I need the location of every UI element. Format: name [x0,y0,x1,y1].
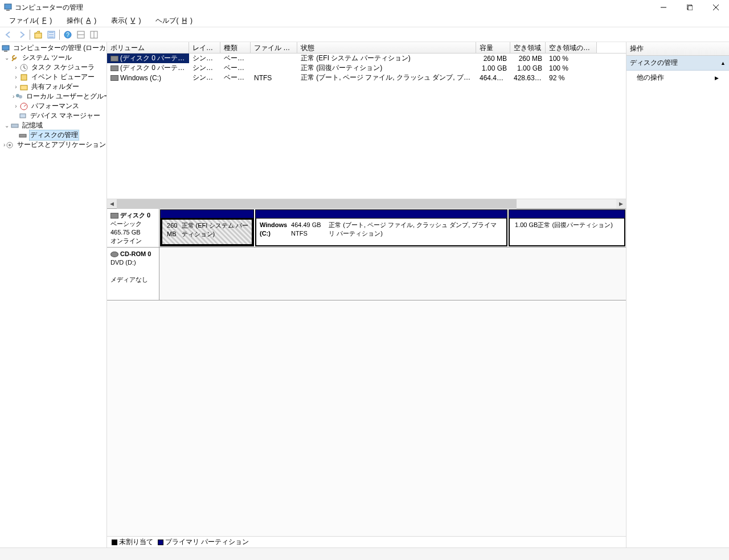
refresh-button[interactable] [45,28,58,41]
col-layout[interactable]: レイアウト [189,42,220,53]
minimize-button[interactable] [650,0,677,15]
svg-rect-0 [5,4,11,9]
menu-action[interactable]: 操作(A) [60,15,103,27]
help-button[interactable]: ? [62,28,74,41]
col-status[interactable]: 状態 [297,42,476,53]
cdrom-icon [110,252,118,257]
scroll-left-icon[interactable]: ◀ [107,199,117,209]
svg-rect-4 [688,6,693,10]
actions-diskmgmt[interactable]: ディスクの管理▲ [626,56,729,71]
list-hscroll[interactable]: ◀ ▶ [107,199,626,208]
svg-rect-19 [21,85,27,90]
col-type[interactable]: 種類 [220,42,251,53]
window-title: コンピューターの管理 [15,3,650,13]
col-capacity[interactable]: 容量 [476,42,510,53]
volume-icon [110,75,118,81]
volume-list-header[interactable]: ボリューム レイアウト 種類 ファイル システム 状態 容量 空き領域 空き領域… [107,42,626,53]
nav-tree[interactable]: コンピューターの管理 (ローカル) ⌄システム ツール ›タスク スケジューラ … [0,42,107,547]
tools-icon [10,53,19,63]
perf-icon [19,102,28,111]
menu-view[interactable]: 表示(V) [104,15,148,27]
tree-systools[interactable]: ⌄システム ツール [0,53,107,63]
tree-devmgr[interactable]: デバイス マネージャー [0,111,107,121]
folder-icon [19,83,28,92]
forward-button[interactable] [15,28,28,41]
empty-area [107,300,626,536]
view2-button[interactable] [88,28,100,41]
col-fs[interactable]: ファイル システム [251,42,297,53]
svg-rect-7 [35,33,42,38]
scroll-right-icon[interactable]: ▶ [616,199,626,209]
back-button[interactable] [2,28,15,41]
tree-root[interactable]: コンピューターの管理 (ローカル) [0,43,107,53]
tree-scheduler[interactable]: ›タスク スケジューラ [0,63,107,72]
titlebar: コンピューターの管理 [0,0,729,15]
partition-efi[interactable]: 260 MB正常 (EFI システム パーティション) [160,209,254,246]
svg-rect-15 [2,46,9,50]
volume-list[interactable]: (ディスク 0 パーティション 1) シンプルベーシック正常 (EFI システム… [107,53,626,199]
disk-info[interactable]: ディスク 0 ベーシック 465.75 GB オンライン [107,209,159,247]
toolbar: ? [0,27,729,42]
actions-more[interactable]: 他の操作▶ [626,71,729,85]
actions-header: 操作 [626,42,729,56]
tree-users[interactable]: ›ローカル ユーザーとグループ [0,92,107,101]
services-icon [5,141,14,150]
view1-button[interactable] [75,28,87,41]
tree-perf[interactable]: ›パフォーマンス [0,101,107,111]
collapse-icon: ▲ [720,60,726,66]
col-pctfree[interactable]: 空き領域の割合 [546,42,597,53]
tree-storage[interactable]: ⌄記憶域 [0,121,107,130]
menubar: ファイル(F) 操作(A) 表示(V) ヘルプ(H) [0,15,729,27]
partition-recovery[interactable]: 1.00 GB正常 (回復パーティション) [509,209,625,246]
volume-row[interactable]: (ディスク 0 パーティション 1) シンプルベーシック正常 (EFI システム… [107,53,626,63]
users-icon [14,92,23,101]
app-icon [3,3,13,12]
partition-windows[interactable]: Windows (C:)464.49 GB NTFS正常 (ブート, ページ フ… [255,209,507,246]
disk-icon [18,131,27,140]
menu-help[interactable]: ヘルプ(H) [149,15,199,27]
swatch-primary [158,540,163,545]
col-free[interactable]: 空き領域 [510,42,546,53]
menu-file[interactable]: ファイル(F) [2,15,59,27]
cdrom-info[interactable]: CD-ROM 0 DVD (D:) メディアなし [107,248,159,300]
svg-text:?: ? [66,32,69,38]
svg-rect-24 [11,124,18,127]
col-volume[interactable]: ボリューム [107,42,189,53]
tree-diskmgmt[interactable]: ディスクの管理 [0,130,107,140]
volume-icon [110,56,118,61]
scroll-thumb[interactable] [117,199,517,209]
disk-row: ディスク 0 ベーシック 465.75 GB オンライン 260 MB正常 (E… [107,209,626,248]
storage-icon [10,121,19,130]
volume-row[interactable]: Windows (C:) シンプルベーシックNTFS正常 (ブート, ページ フ… [107,73,626,83]
svg-rect-1 [6,10,10,11]
tree-services[interactable]: ›サービスとアプリケーション [0,140,107,150]
disk-icon [110,213,118,219]
swatch-unallocated [112,540,117,545]
svg-rect-16 [4,51,7,52]
device-icon [18,112,27,121]
event-icon [19,73,28,82]
volume-icon [110,65,118,71]
svg-point-27 [9,144,11,146]
legend: 未割り当て プライマリ パーティション [107,536,626,547]
actions-pane: 操作 ディスクの管理▲ 他の操作▶ [626,42,729,547]
volume-row[interactable]: (ディスク 0 パーティション 4) シンプルベーシック正常 (回復パーティショ… [107,63,626,73]
svg-rect-25 [19,134,26,137]
up-button[interactable] [32,28,44,41]
tree-eventviewer[interactable]: ›イベント ビューアー [0,72,107,82]
close-button[interactable] [703,0,729,15]
statusbar [0,547,729,560]
expand-icon: ▶ [715,75,719,81]
svg-point-21 [19,95,22,98]
svg-rect-23 [20,114,26,118]
clock-icon [19,63,28,72]
svg-rect-18 [21,75,27,80]
tree-shared[interactable]: ›共有フォルダー [0,82,107,92]
cdrom-row: CD-ROM 0 DVD (D:) メディアなし [107,248,626,300]
maximize-button[interactable] [677,0,703,15]
computer-icon [1,44,10,53]
